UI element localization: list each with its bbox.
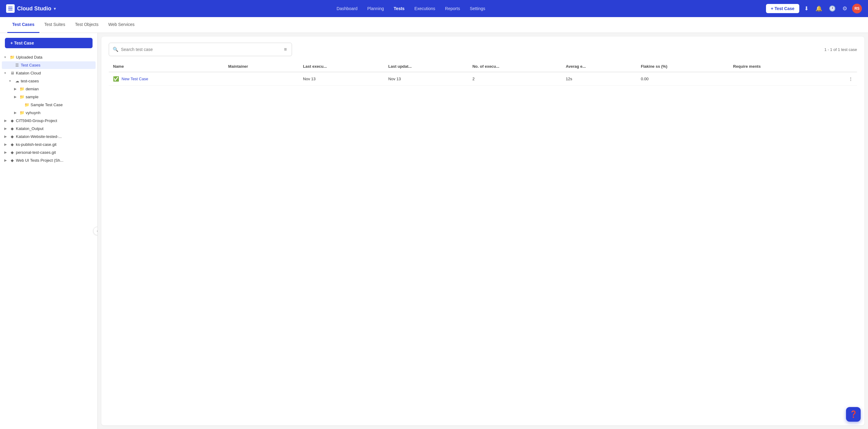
col-actions [824, 61, 857, 72]
brand-name: Cloud Studio [17, 5, 51, 12]
download-icon[interactable]: ⬇ [802, 3, 811, 14]
sidebar-item-uploaded-data[interactable]: ▾ 📁 Uploaded Data [2, 54, 96, 61]
tree-icon-personal-test: ◆ [10, 150, 15, 155]
nav-settings[interactable]: Settings [465, 4, 490, 13]
nav-dashboard[interactable]: Dashboard [332, 4, 362, 13]
sidebar-item-test-cases-cloud[interactable]: ▾ ☁ test-cases [2, 77, 96, 85]
logo-icon [6, 4, 15, 13]
sidebar-item-katalon-cloud[interactable]: ▾ 🖥 Katalon Cloud [2, 69, 96, 77]
test-table: Name Maintainer Last execu... Last updat… [109, 61, 857, 86]
tree-label-web-ui-tests: Web UI Tests Project (Sh... [16, 158, 93, 163]
tree-icon-sample-test-case: 📁 [25, 102, 29, 107]
cell-average-0: 12s [562, 72, 637, 86]
search-input[interactable] [121, 47, 280, 52]
sidebar: + Test Case ▾ 📁 Uploaded Data ☰ Test Cas… [0, 33, 98, 429]
sidebar-tree: ▾ 📁 Uploaded Data ☰ Test Cases ▾ 🖥 Katal… [0, 54, 97, 164]
table-row: ✅ New Test Case Nov 13 Nov 13 2 12s 0.00… [109, 72, 857, 86]
main-layout: + Test Case ▾ 📁 Uploaded Data ☰ Test Cas… [0, 33, 868, 429]
sidebar-content: + Test Case ▾ 📁 Uploaded Data ☰ Test Cas… [0, 33, 97, 169]
tree-icon-vyhuynh: 📁 [20, 110, 25, 115]
settings-icon[interactable]: ⚙ [840, 3, 849, 14]
tree-label-katalon-cloud: Katalon Cloud [16, 71, 93, 75]
tab-test-cases[interactable]: Test Cases [7, 17, 39, 33]
tree-label-demian: demian [26, 87, 93, 91]
tree-label-vyhuynh: vyhuynh [26, 110, 93, 115]
status-icon: ✅ [113, 76, 119, 82]
cell-flakiness-0: 0.00 [637, 72, 729, 86]
main-nav: Dashboard Planning Tests Executions Repo… [66, 4, 756, 13]
sidebar-item-sample[interactable]: ▶ 📁 sample [2, 93, 96, 101]
chat-icon: ❓ [849, 410, 858, 418]
tree-icon-katalon-website: ◆ [10, 134, 15, 139]
tree-label-test-cases-item: Test Cases [21, 63, 93, 67]
new-test-case-button[interactable]: + Test Case [766, 4, 799, 13]
sidebar-item-cit5940[interactable]: ▶ ◆ CIT5940-Group-Project [2, 117, 96, 125]
sidebar-item-ks-publish[interactable]: ▶ ◆ ks-publish-test-case.git [2, 141, 96, 148]
sidebar-item-katalon-website[interactable]: ▶ ◆ Katalon-Website-tested-... [2, 133, 96, 140]
tree-icon-web-ui-tests: ◆ [10, 158, 15, 163]
tree-toggle-demian[interactable]: ▶ [14, 87, 18, 91]
test-case-link[interactable]: New Test Case [122, 76, 148, 81]
tabs-bar: Test Cases Test Suites Test Objects Web … [0, 17, 868, 33]
search-icon: 🔍 [113, 47, 119, 52]
avatar[interactable]: RS [852, 4, 862, 13]
table-body: ✅ New Test Case Nov 13 Nov 13 2 12s 0.00… [109, 72, 857, 86]
tree-toggle-katalon-cloud[interactable]: ▾ [4, 71, 8, 75]
sidebar-item-katalon-output[interactable]: ▶ ◆ Katalon_Output [2, 125, 96, 132]
tree-icon-uploaded-data: 📁 [10, 55, 15, 60]
tree-toggle-uploaded-data[interactable]: ▾ [4, 55, 8, 59]
app-header: Cloud Studio ▾ Dashboard Planning Tests … [0, 0, 868, 17]
main-content: 🔍 ≡ 1 - 1 of 1 test case Name Maintainer… [101, 37, 864, 425]
tree-toggle-ks-publish[interactable]: ▶ [4, 142, 8, 146]
sidebar-item-test-cases-item[interactable]: ☰ Test Cases [2, 61, 96, 69]
col-requirements: Require ments [729, 61, 824, 72]
col-flakiness: Flakine ss (%) [637, 61, 729, 72]
tree-label-ks-publish: ks-publish-test-case.git [16, 142, 93, 147]
sidebar-collapse-button[interactable]: ‹ [93, 227, 98, 235]
filter-icon[interactable]: ≡ [283, 45, 288, 54]
tree-toggle-cit5940[interactable]: ▶ [4, 119, 8, 123]
chat-button[interactable]: ❓ [846, 407, 861, 422]
tree-toggle-vyhuynh[interactable]: ▶ [14, 111, 18, 115]
nav-reports[interactable]: Reports [441, 4, 464, 13]
history-icon[interactable]: 🕐 [827, 3, 837, 14]
tree-label-test-cases-cloud: test-cases [21, 79, 93, 83]
nav-planning[interactable]: Planning [363, 4, 389, 13]
tree-toggle-katalon-website[interactable]: ▶ [4, 135, 8, 138]
cell-maintainer-0 [224, 72, 299, 86]
notifications-icon[interactable]: 🔔 [814, 3, 824, 14]
col-average: Averag e... [562, 61, 637, 72]
sidebar-item-sample-test-case[interactable]: 📁 Sample Test Case [2, 101, 96, 109]
col-no-exec: No. of execu... [468, 61, 562, 72]
tree-toggle-test-cases-cloud[interactable]: ▾ [9, 79, 13, 83]
brand-dropdown-icon[interactable]: ▾ [54, 6, 56, 11]
nav-executions[interactable]: Executions [410, 4, 439, 13]
nav-tests[interactable]: Tests [390, 4, 409, 13]
brand-logo[interactable]: Cloud Studio ▾ [6, 4, 56, 13]
cell-last-exec-0: Nov 13 [299, 72, 384, 86]
tree-icon-katalon-output: ◆ [10, 126, 15, 131]
sidebar-item-personal-test[interactable]: ▶ ◆ personal-test-cases.git [2, 148, 96, 156]
content-toolbar: 🔍 ≡ 1 - 1 of 1 test case [109, 43, 857, 56]
row-actions-menu[interactable]: ⋮ [824, 72, 857, 86]
sidebar-new-test-case-button[interactable]: + Test Case [5, 38, 93, 48]
col-last-upd: Last updat... [384, 61, 468, 72]
tab-web-services[interactable]: Web Services [103, 17, 139, 33]
tree-icon-katalon-cloud: 🖥 [10, 71, 15, 75]
tab-test-objects[interactable]: Test Objects [70, 17, 103, 33]
tree-toggle-personal-test[interactable]: ▶ [4, 151, 8, 154]
tree-toggle-sample[interactable]: ▶ [14, 95, 18, 99]
tree-icon-test-cases-item: ☰ [15, 63, 20, 67]
tree-label-sample-test-case: Sample Test Case [31, 102, 93, 107]
sidebar-item-web-ui-tests[interactable]: ▶ ◆ Web UI Tests Project (Sh... [2, 157, 96, 164]
cell-name-0: ✅ New Test Case [109, 72, 224, 86]
cell-no-exec-0: 2 [468, 72, 562, 86]
sidebar-item-demian[interactable]: ▶ 📁 demian [2, 85, 96, 93]
tree-toggle-katalon-output[interactable]: ▶ [4, 127, 8, 131]
tab-test-suites[interactable]: Test Suites [39, 17, 70, 33]
tree-label-katalon-output: Katalon_Output [16, 126, 93, 131]
sidebar-item-vyhuynh[interactable]: ▶ 📁 vyhuynh [2, 109, 96, 117]
tree-toggle-web-ui-tests[interactable]: ▶ [4, 158, 8, 162]
tree-label-personal-test: personal-test-cases.git [16, 150, 93, 155]
tree-label-sample: sample [26, 95, 93, 99]
